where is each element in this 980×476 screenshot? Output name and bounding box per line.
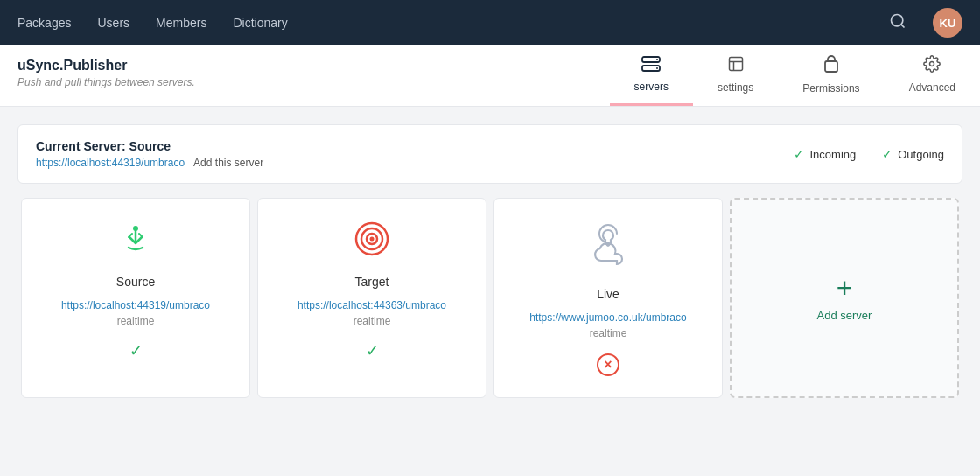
svg-point-10 [930, 62, 934, 66]
live-type: realtime [590, 327, 627, 340]
nav-users[interactable]: Users [97, 12, 130, 33]
tab-advanced[interactable]: Advanced [885, 46, 980, 106]
add-server-card[interactable]: + Add server [730, 198, 959, 398]
current-server-url[interactable]: https://localhost:44319/umbraco [36, 157, 185, 169]
source-status-check: ✓ [130, 341, 143, 360]
add-this-server-link[interactable]: Add this server [193, 157, 263, 169]
live-url[interactable]: https://www.jumoo.co.uk/umbraco [529, 312, 686, 324]
server-card-source[interactable]: Source https://localhost:44319/umbraco r… [21, 198, 250, 398]
svg-line-1 [901, 24, 905, 27]
source-name: Source [116, 275, 155, 289]
plugin-name: uSync.Publisher [18, 58, 592, 74]
tab-advanced-label: Advanced [909, 81, 956, 94]
current-server-title: Current Server: Source [36, 139, 794, 153]
main-content: Current Server: Source https://localhost… [0, 107, 980, 416]
tab-settings-label: settings [718, 81, 753, 94]
servers-icon [641, 56, 661, 76]
target-name: Target [355, 275, 389, 289]
tab-servers-label: servers [634, 80, 668, 93]
outgoing-check-icon: ✓ [882, 147, 892, 161]
svg-point-11 [133, 226, 138, 231]
svg-point-4 [656, 59, 658, 60]
target-url[interactable]: https://localhost:44363/umbraco [298, 299, 446, 312]
avatar[interactable]: KU [933, 8, 962, 38]
settings-icon [727, 55, 745, 77]
server-card-target[interactable]: Target https://localhost:44363/umbraco r… [257, 198, 486, 398]
svg-point-0 [892, 14, 903, 25]
source-type: realtime [117, 315, 155, 327]
nav-members[interactable]: Members [156, 12, 206, 33]
live-name: Live [597, 287, 620, 301]
tab-permissions[interactable]: Permissions [778, 46, 884, 106]
incoming-label: Incoming [809, 148, 856, 161]
plugin-info: uSync.Publisher Push and pull things bet… [0, 46, 610, 106]
add-server-label: Add server [817, 309, 872, 322]
target-status-check: ✓ [366, 341, 379, 360]
nav-dictionary[interactable]: Dictionary [233, 12, 287, 33]
current-server-card: Current Server: Source https://localhost… [18, 124, 962, 184]
current-server-info: Current Server: Source https://localhost… [36, 139, 794, 169]
tab-permissions-label: Permissions [802, 82, 859, 94]
live-cloud-icon [589, 236, 627, 278]
target-icon [353, 220, 391, 266]
search-icon[interactable] [889, 12, 906, 34]
tab-servers[interactable]: servers [610, 46, 693, 106]
permissions-icon [823, 54, 839, 78]
source-icon [116, 220, 155, 266]
plugin-header: uSync.Publisher Push and pull things bet… [0, 46, 980, 107]
svg-point-5 [656, 67, 658, 69]
top-navigation: Packages Users Members Dictionary KU [0, 0, 980, 46]
svg-rect-6 [729, 58, 742, 71]
advanced-icon [923, 55, 941, 77]
nav-packages[interactable]: Packages [18, 12, 71, 33]
target-type: realtime [354, 315, 391, 327]
svg-rect-9 [825, 61, 837, 72]
tab-settings[interactable]: settings [693, 46, 778, 106]
incoming-check-icon: ✓ [794, 147, 804, 161]
server-cards-grid: Source https://localhost:44319/umbraco r… [18, 198, 962, 398]
outgoing-status: ✓ Outgoing [882, 147, 944, 161]
live-status-error: × [597, 354, 620, 376]
error-circle-icon: × [597, 354, 620, 376]
current-server-statuses: ✓ Incoming ✓ Outgoing [794, 147, 944, 161]
plugin-subtitle: Push and pull things between servers. [18, 76, 592, 88]
source-url[interactable]: https://localhost:44319/umbraco [61, 299, 210, 312]
incoming-status: ✓ Incoming [794, 147, 856, 161]
outgoing-label: Outgoing [898, 148, 944, 161]
add-server-plus-icon: + [836, 274, 853, 302]
server-card-live[interactable]: Live https://www.jumoo.co.uk/umbraco rea… [494, 198, 723, 398]
plugin-tabs: servers settings Permissions [610, 46, 980, 106]
svg-point-15 [370, 237, 374, 242]
